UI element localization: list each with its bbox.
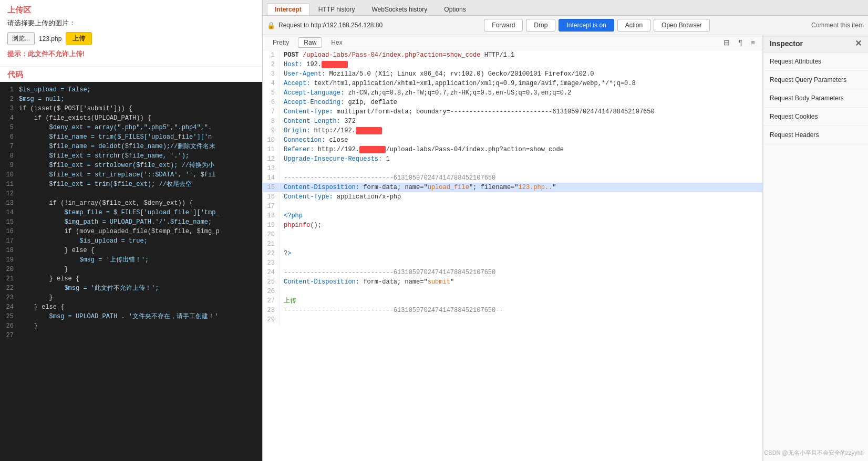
- line-content: }: [19, 321, 262, 331]
- req-line-number: 5: [263, 88, 280, 98]
- req-line-number: 19: [263, 221, 280, 230]
- request-line: 25Content-Disposition: form-data; name="…: [263, 277, 762, 287]
- code-area: 1$is_upload = false;2$msg = null;3if (is…: [0, 82, 262, 461]
- code-line: 1$is_upload = false;: [0, 85, 262, 95]
- code-line: 13 if (!in_array($file_ext, $deny_ext)) …: [0, 198, 262, 208]
- inspector-close-icon[interactable]: ✕: [855, 39, 862, 48]
- right-panel: InterceptHTTP historyWebSockets historyO…: [263, 0, 868, 461]
- code-line: 8 $file_ext = strrchr($file_name, '.');: [0, 151, 262, 161]
- tabs-row: InterceptHTTP historyWebSockets historyO…: [263, 0, 868, 16]
- line-content: $is_upload = true;: [19, 236, 262, 246]
- req-line-content: Content-Length: 372: [280, 117, 762, 126]
- code-line: 14 $temp_file = $_FILES['upload_file']['…: [0, 208, 262, 217]
- req-line-number: 28: [263, 306, 280, 315]
- line-content: $file_ext = strrchr($file_name, '.');: [19, 151, 262, 161]
- request-line: 23: [263, 258, 762, 268]
- inspector-item[interactable]: Request Cookies: [763, 108, 868, 126]
- line-number: 3: [0, 104, 19, 113]
- request-line: 27上传: [263, 296, 762, 306]
- req-line-content: [280, 164, 762, 173]
- request-line: 16Content-Type: application/x-php: [263, 192, 762, 202]
- request-line: 26: [263, 287, 762, 296]
- inspector-header: Inspector ✕: [763, 35, 868, 53]
- line-number: 20: [0, 265, 19, 274]
- request-line: 28-----------------------------613105970…: [263, 306, 762, 315]
- code-line: 22 $msg = '此文件不允许上传！';: [0, 284, 262, 293]
- open-browser-button[interactable]: Open Browser: [654, 19, 710, 32]
- code-line: 7 $file_name = deldot($file_name);//删除文件…: [0, 142, 262, 151]
- upload-title: 上传区: [7, 5, 255, 15]
- line-content: $file_ext = str_ireplace('::$DATA', '', …: [19, 170, 262, 180]
- more-icon[interactable]: ≡: [748, 37, 758, 48]
- tab-options[interactable]: Options: [436, 3, 473, 15]
- code-line: 21 } else {: [0, 274, 262, 284]
- inspector-item[interactable]: Request Headers: [763, 126, 868, 144]
- req-line-content: Origin: http://192.: [280, 126, 762, 135]
- action-button[interactable]: Action: [617, 19, 650, 32]
- line-number: 21: [0, 274, 19, 284]
- req-line-number: 11: [263, 145, 280, 154]
- inspector-item[interactable]: Request Attributes: [763, 53, 868, 71]
- sub-toolbar: Pretty Raw Hex ⊟ ¶ ≡: [263, 35, 762, 50]
- req-line-number: 14: [263, 173, 280, 183]
- req-line-number: 2: [263, 60, 280, 69]
- hex-button[interactable]: Hex: [325, 37, 348, 48]
- req-line-number: 1: [263, 50, 280, 60]
- lock-icon: 🔒: [267, 22, 275, 29]
- forward-button[interactable]: Forward: [484, 19, 523, 32]
- req-line-content: POST /upload-labs/Pass-04/index.php?acti…: [280, 50, 762, 60]
- inspector-item[interactable]: Request Query Parameters: [763, 71, 868, 89]
- line-number: 4: [0, 113, 19, 123]
- req-line-content: Host: 192.: [280, 60, 762, 69]
- request-line: 8Content-Length: 372: [263, 117, 762, 126]
- file-name-display: 123.php: [39, 35, 61, 43]
- browse-button[interactable]: 浏览...: [7, 32, 35, 45]
- req-line-number: 29: [263, 315, 280, 324]
- request-line: 11Referer: http://192. /upload-labs/Pass…: [263, 145, 762, 154]
- line-number: 8: [0, 151, 19, 161]
- comment-link[interactable]: Comment this item: [811, 22, 864, 29]
- tab-http-history[interactable]: HTTP history: [311, 3, 363, 15]
- toolbar-row: 🔒 Request to http://192.168.254.128:80 F…: [263, 16, 868, 35]
- code-line: 17 $is_upload = true;: [0, 236, 262, 246]
- word-wrap-icon[interactable]: ⊟: [720, 37, 733, 48]
- req-line-number: 9: [263, 126, 280, 135]
- upload-section: 上传区 请选择要上传的图片： 浏览... 123.php 上传 提示：此文件不允…: [0, 0, 262, 67]
- tab-intercept[interactable]: Intercept: [267, 3, 309, 15]
- line-content: [19, 189, 262, 198]
- line-number: 23: [0, 293, 19, 302]
- line-content: } else {: [19, 274, 262, 284]
- line-number: 27: [0, 331, 19, 340]
- request-line: 9Origin: http://192.: [263, 126, 762, 135]
- upload-button[interactable]: 上传: [66, 32, 92, 45]
- request-line: 12Upgrade-Insecure-Requests: 1: [263, 154, 762, 164]
- req-line-content: Referer: http://192. /upload-labs/Pass-0…: [280, 145, 762, 154]
- tab-websockets-history[interactable]: WebSockets history: [364, 3, 435, 15]
- pretty-button[interactable]: Pretty: [267, 37, 295, 48]
- raw-button[interactable]: Raw: [298, 37, 322, 48]
- code-line: 12: [0, 189, 262, 198]
- code-line: 20 }: [0, 265, 262, 274]
- req-line-content: Connection: close: [280, 135, 762, 145]
- req-line-content: 上传: [280, 296, 762, 306]
- request-editor[interactable]: 1POST /upload-labs/Pass-04/index.php?act…: [263, 50, 762, 461]
- req-line-content: -----------------------------61310597024…: [280, 173, 762, 183]
- req-line-content: Content-Type: multipart/form-data; bound…: [280, 107, 762, 117]
- request-line: 2Host: 192.: [263, 60, 762, 69]
- request-line: 6Accept-Encoding: gzip, deflate: [263, 98, 762, 107]
- code-line: 25 $msg = UPLOAD_PATH . '文件夹不存在，请手工创建！': [0, 312, 262, 321]
- line-number: 15: [0, 217, 19, 227]
- line-content: [19, 331, 262, 340]
- code-line: 11 $file_ext = trim($file_ext); //收尾去空: [0, 180, 262, 189]
- code-line: 19 $msg = '上传出错！';: [0, 255, 262, 265]
- indent-icon[interactable]: ¶: [735, 37, 746, 48]
- req-line-number: 20: [263, 230, 280, 239]
- req-line-content: -----------------------------61310597024…: [280, 268, 762, 277]
- drop-button[interactable]: Drop: [526, 19, 555, 32]
- code-line: 15 $img_path = UPLOAD_PATH.'/'.$file_nam…: [0, 217, 262, 227]
- req-line-number: 27: [263, 296, 280, 306]
- intercept-on-button[interactable]: Intercept is on: [559, 19, 614, 32]
- req-line-number: 6: [263, 98, 280, 107]
- inspector-item[interactable]: Request Body Parameters: [763, 89, 868, 108]
- code-line: 27: [0, 331, 262, 340]
